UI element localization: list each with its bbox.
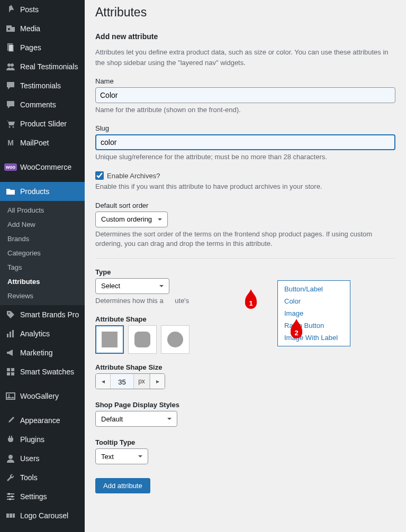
svg-point-4 xyxy=(11,63,14,67)
menu-smart-swatches[interactable]: Smart Swatches xyxy=(0,362,85,381)
svg-point-5 xyxy=(9,126,11,128)
menu-comments[interactable]: Comments xyxy=(0,95,85,114)
stepper-increment[interactable]: ▸ xyxy=(150,374,165,389)
plug-icon xyxy=(5,434,16,445)
callout-1: 1 xyxy=(242,288,260,309)
menu-products[interactable]: Products xyxy=(0,182,85,201)
display-label: Shop Page Display Styles xyxy=(95,401,395,409)
menu-testimonials[interactable]: Testimonials xyxy=(0,76,85,95)
user-icon xyxy=(5,453,16,464)
menu-label: Real Testimonials xyxy=(20,62,78,71)
menu-media[interactable]: Media xyxy=(0,19,85,38)
svg-rect-8 xyxy=(7,334,8,337)
menu-pages[interactable]: Pages xyxy=(0,38,85,57)
intro-text: Attributes let you define extra product … xyxy=(95,47,395,68)
svg-point-22 xyxy=(11,496,13,498)
cart-icon xyxy=(5,118,16,129)
archives-checkbox[interactable] xyxy=(95,171,104,180)
archives-desc: Enable this if you want this attribute t… xyxy=(95,182,395,191)
submenu-categories[interactable]: Categories xyxy=(0,246,85,260)
admin-sidebar: PostsMediaPagesReal TestimonialsTestimon… xyxy=(0,0,85,532)
callout-2: 2 xyxy=(287,318,305,339)
logo-icon xyxy=(5,510,16,521)
menu-label: Testimonials xyxy=(20,81,61,90)
comment-icon xyxy=(5,99,16,110)
woo-icon: woo xyxy=(5,162,16,172)
menu-label: Users xyxy=(20,454,40,463)
stepper-decrement[interactable]: ◂ xyxy=(96,374,111,389)
menu-logo-carousel[interactable]: Logo Carousel xyxy=(0,506,85,525)
submenu-attributes[interactable]: Attributes xyxy=(0,274,85,289)
page-title: Attributes xyxy=(95,5,395,20)
type-label: Type xyxy=(95,268,395,276)
menu-woogallery[interactable]: WooGallery xyxy=(0,387,85,406)
menu-label: Analytics xyxy=(20,329,50,338)
bubble-icon xyxy=(5,80,16,91)
menu-label: Comments xyxy=(20,100,56,109)
slug-input[interactable] xyxy=(95,134,395,150)
menu-smart-brands-pro[interactable]: Smart Brands Pro xyxy=(0,305,85,324)
wrench-icon xyxy=(5,472,16,483)
menu-product-slider[interactable]: Product Slider xyxy=(0,114,85,133)
menu-appearance[interactable]: Appearance xyxy=(0,411,85,430)
shape-size-unit: px xyxy=(134,374,150,389)
svg-point-6 xyxy=(13,126,14,128)
menu-label: WooGallery xyxy=(20,392,59,400)
name-input[interactable] xyxy=(95,87,395,103)
type-option-button-label[interactable]: Button/Label xyxy=(278,283,350,295)
slug-label: Slug xyxy=(95,124,395,132)
svg-rect-14 xyxy=(11,372,14,375)
menu-tools[interactable]: Tools xyxy=(0,468,85,487)
menu-users[interactable]: Users xyxy=(0,449,85,468)
name-desc: Name for the attribute (shown on the fro… xyxy=(95,105,395,115)
menu-label: Product Slider xyxy=(20,120,67,128)
menu-label: Appearance xyxy=(20,416,60,425)
menu-label: WooCommerce xyxy=(20,163,71,171)
menu-plugins[interactable]: Plugins xyxy=(0,430,85,449)
submenu: All ProductsAdd NewBrandsCategoriesTagsA… xyxy=(0,201,85,305)
menu-label: Posts xyxy=(20,5,39,14)
shape-size-stepper: ◂ px ▸ xyxy=(95,373,165,389)
menu-label: Smart Swatches xyxy=(20,368,74,376)
shape-rounded[interactable] xyxy=(128,325,157,354)
brush-icon xyxy=(5,415,16,426)
submenu-add-new[interactable]: Add New xyxy=(0,217,85,232)
name-label: Name xyxy=(95,77,395,85)
submenu-all-products[interactable]: All Products xyxy=(0,203,85,217)
tooltip-select[interactable]: Text xyxy=(95,448,148,464)
menu-woocommerce[interactable]: wooWooCommerce xyxy=(0,158,85,177)
menu-mailpoet[interactable]: MMailPoet xyxy=(0,133,85,152)
svg-rect-15 xyxy=(6,393,15,399)
menu-label: Products xyxy=(20,187,49,196)
sort-label: Default sort order xyxy=(95,201,395,209)
menu-analytics[interactable]: Analytics xyxy=(0,324,85,343)
svg-rect-2 xyxy=(8,44,14,52)
menu-marketing[interactable]: Marketing xyxy=(0,343,85,362)
menu-label: Settings xyxy=(20,492,47,501)
menu-posts[interactable]: Posts xyxy=(0,0,85,19)
svg-rect-11 xyxy=(7,368,10,371)
submenu-tags[interactable]: Tags xyxy=(0,260,85,274)
shape-circle[interactable] xyxy=(161,325,190,354)
add-attribute-button[interactable]: Add attribute xyxy=(95,478,150,493)
shape-size-input[interactable] xyxy=(111,374,134,389)
svg-point-21 xyxy=(8,493,10,495)
svg-rect-24 xyxy=(6,513,9,518)
menu-label: Plugins xyxy=(20,435,44,444)
submenu-reviews[interactable]: Reviews xyxy=(0,289,85,303)
media-icon xyxy=(5,23,16,34)
submenu-brands[interactable]: Brands xyxy=(0,232,85,246)
svg-point-0 xyxy=(8,28,10,30)
display-select[interactable]: Default xyxy=(95,411,177,427)
shape-square[interactable] xyxy=(95,325,124,354)
form-heading: Add new attribute xyxy=(95,32,395,41)
type-option-color[interactable]: Color xyxy=(278,295,350,307)
type-select[interactable]: Select xyxy=(95,278,169,294)
main-content: Attributes Add new attribute Attributes … xyxy=(85,0,406,532)
menu-settings[interactable]: Settings xyxy=(0,487,85,506)
shape-size-label: Attribute Shape Size xyxy=(95,363,395,371)
svg-rect-26 xyxy=(13,513,15,518)
menu-real-testimonials[interactable]: Real Testimonials xyxy=(0,57,85,76)
sort-select[interactable]: Custom ordering xyxy=(95,212,168,227)
svg-rect-12 xyxy=(11,368,14,371)
